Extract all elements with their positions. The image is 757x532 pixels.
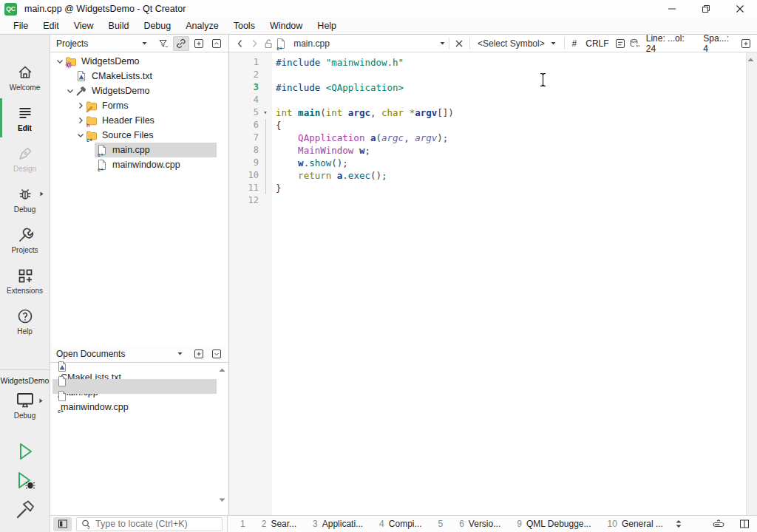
output-pane-9[interactable]: 9QML Debugge... [509,517,599,531]
line-column-indicator[interactable]: Line: ...ol: 24 [642,33,699,54]
menu-analyze[interactable]: Analyze [178,18,225,33]
tree-item-widgetsdemo[interactable]: WidgetsDemo [50,83,228,98]
menu-help[interactable]: Help [310,18,344,33]
code-line-10[interactable]: return a.exec(); [276,169,746,182]
close-document-icon[interactable] [452,36,466,51]
code-line-11[interactable]: } [276,182,746,194]
line-ending-indicator[interactable]: CRLF [581,38,613,49]
menu-file[interactable]: File [6,18,35,33]
expander-chevron-down-icon[interactable] [65,86,75,95]
flyout-arrow-icon[interactable] [38,398,44,404]
output-pane-2[interactable]: 2Sear... [254,517,305,531]
back-icon[interactable] [233,36,247,51]
open-file-dropdown[interactable]: main.cpp [291,38,445,49]
code-line-1[interactable]: #include "mainwindow.h" [276,56,746,69]
menu-debug[interactable]: Debug [136,18,178,33]
output-pane-10[interactable]: 10General ... [600,517,671,531]
tree-item-forms[interactable]: Forms [50,98,228,113]
build-button[interactable] [14,498,36,520]
mode-design[interactable]: Design [0,138,50,179]
output-pane-6[interactable]: 6Versio... [451,517,509,531]
menu-tools[interactable]: Tools [226,18,262,33]
menu-edit[interactable]: Edit [35,18,67,33]
close-pane-icon[interactable] [208,347,225,361]
fold-marker-icon[interactable]: ▾ [259,106,272,119]
preprocessor-icon[interactable] [628,36,642,51]
encoding-indicator[interactable]: # [568,38,582,49]
tree-item-widgetsdemo[interactable]: WidgetsDemo [50,54,228,69]
cpp-file-icon: c+ [96,159,108,171]
restore-button[interactable] [689,0,723,18]
indentation-indicator[interactable]: Spa...: 4 [699,33,739,54]
symbol-selector-dropdown[interactable]: <Select Symbol> [473,38,561,49]
tree-item-label: mainwindow.cpp [112,160,180,170]
kit-selector-button[interactable] [15,391,35,410]
code-line-3[interactable]: #include <QApplication> [276,81,746,94]
tree-item-mainwindow-cpp[interactable]: c+ mainwindow.cpp [50,157,228,172]
collapse-pane-icon[interactable] [208,36,225,51]
scroll-up-icon[interactable] [218,366,226,373]
menu-build[interactable]: Build [101,18,137,33]
code-line-5[interactable]: int main(int argc, char *argv[]) [276,106,746,119]
open-documents-pane-selector[interactable]: Open Documents [56,349,189,359]
fold-column [259,157,272,169]
scroll-up-icon[interactable] [747,56,755,63]
line-number: 6 [229,119,259,132]
split-new-icon[interactable] [191,347,207,361]
code-editor[interactable]: 1 2 3 4 5 ▾ 6 7 8 9 10 11 12 [229,52,757,515]
expander-chevron-down-icon[interactable] [55,57,65,66]
expander-chevron-right-icon[interactable] [75,116,86,125]
code-text[interactable]: #include "mainwindow.h"#include <QApplic… [272,52,746,515]
split-editor-icon[interactable] [739,36,753,51]
mode-welcome[interactable]: Welcome [0,57,50,98]
mode-extensions[interactable]: Extensions [0,260,50,301]
run-debug-button[interactable] [13,468,38,493]
code-line-12[interactable] [276,194,746,207]
toggle-right-sidebar-icon[interactable] [739,518,750,530]
tree-item-source-files[interactable]: c+ Source Files [50,128,228,143]
code-line-6[interactable]: { [276,119,746,132]
code-line-7[interactable]: QApplication a(argc, argv); [276,132,746,144]
tree-item-cmakelists-txt[interactable]: CMakeLists.txt [50,69,228,83]
toggle-left-sidebar-icon[interactable] [53,517,72,531]
code-line-4[interactable] [276,94,746,106]
output-pane-5[interactable]: 5 [430,517,451,531]
build-progress-icon[interactable] [711,518,726,530]
menu-window[interactable]: Window [262,18,310,33]
split-new-icon[interactable] [191,36,207,51]
folder-project-icon [65,55,77,67]
open-document-mainwindow-cpp[interactable]: c+ mainwindow.cpp [50,394,228,409]
menu-view[interactable]: View [67,18,101,33]
editor-scrollbar[interactable] [746,52,757,515]
output-pane-1[interactable]: 1 [232,517,254,531]
close-button[interactable] [723,0,757,18]
output-pane-3[interactable]: 3Applicati... [305,517,371,531]
scroll-down-icon[interactable] [218,497,226,503]
forward-icon[interactable] [247,36,261,51]
filter-icon[interactable] [155,36,172,51]
projects-pane-selector[interactable]: Projects [56,38,154,49]
expander-chevron-down-icon[interactable] [75,131,86,140]
locator-input[interactable] [95,519,222,529]
mode-projects[interactable]: Projects [0,219,50,260]
title-bar: QC main.cpp @ WidgetsDemo - Qt Creator [0,0,757,18]
expander-chevron-right-icon[interactable] [75,101,86,110]
output-pane-4[interactable]: 4Compi... [371,517,430,531]
link-icon[interactable] [173,36,189,51]
tree-item-header-files[interactable]: h Header Files [50,113,228,128]
output-pane-buttons: 1 2Sear... 3Applicati... 4Compi... 5 6Ve… [232,517,671,531]
code-line-8[interactable]: MainWindow w; [276,144,746,157]
updown-arrows-icon[interactable] [671,516,686,531]
locator[interactable] [76,517,223,531]
flyout-arrow-icon[interactable] [39,191,44,197]
minimize-button[interactable] [655,0,689,18]
mode-help[interactable]: Help [0,301,50,341]
mode-edit[interactable]: Edit [0,98,50,138]
code-line-2[interactable] [276,69,746,81]
file-properties-icon[interactable] [614,36,628,51]
tree-item-main-cpp[interactable]: c+ main.cpp [50,143,228,157]
editor-toolbar: c+ main.cpp <Select Symbol> # [229,35,757,52]
code-line-9[interactable]: w.show(); [276,157,746,169]
run-button[interactable] [13,439,38,464]
mode-debug[interactable]: Debug [0,179,50,219]
